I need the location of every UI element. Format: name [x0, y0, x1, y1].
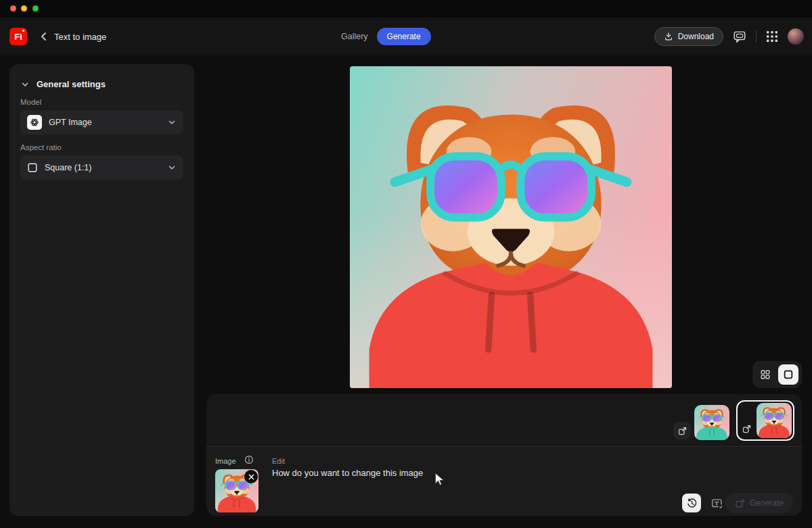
- model-value: GPT Image: [49, 118, 92, 127]
- minimize-window-button[interactable]: [21, 5, 27, 11]
- mode-switcher: Gallery Generate: [341, 18, 431, 55]
- prompt-input[interactable]: How do you want to change this image: [272, 466, 653, 507]
- single-view-button[interactable]: [778, 364, 798, 385]
- image-label: Image: [215, 457, 236, 465]
- download-button[interactable]: Download: [654, 27, 723, 46]
- settings-sidebar: General settings Model GPT Image: [9, 64, 194, 516]
- window-titlebar: [0, 0, 812, 18]
- openai-logo-icon: [27, 115, 42, 130]
- chat-bubble-icon: [732, 29, 747, 44]
- edit-label: Edit: [272, 457, 285, 465]
- apps-grid-button[interactable]: [765, 30, 779, 43]
- tab-gallery[interactable]: Gallery: [341, 32, 368, 41]
- header-actions: Download: [654, 18, 804, 55]
- chevron-down-icon: [20, 80, 30, 89]
- view-toggle-group: [752, 361, 802, 388]
- remove-image-button[interactable]: [244, 470, 258, 483]
- generate-button-disabled[interactable]: Generate: [725, 493, 793, 513]
- generation-panel: Image Edit How do you want to change: [206, 394, 802, 516]
- prompt-placeholder-text: How do you want to change this image: [272, 468, 423, 478]
- info-icon[interactable]: [244, 455, 254, 464]
- download-icon: [664, 32, 673, 41]
- export-icon: [742, 424, 752, 434]
- firefly-logo-spark: [22, 30, 24, 32]
- model-dropdown[interactable]: GPT Image: [20, 110, 183, 135]
- feedback-button[interactable]: [732, 29, 747, 44]
- header-divider: [756, 30, 757, 43]
- prompt-composer: Image Edit How do you want to change: [206, 446, 802, 516]
- square-ratio-icon: [27, 162, 38, 173]
- aspect-ratio-dropdown[interactable]: Square (1:1): [20, 155, 183, 180]
- prompt-check-button[interactable]: [709, 496, 725, 512]
- result-thumbnail-teal[interactable]: [694, 405, 729, 440]
- generated-image: [350, 66, 672, 388]
- close-window-button[interactable]: [10, 5, 16, 11]
- back-button[interactable]: [38, 18, 50, 55]
- result-item-1: [673, 405, 729, 440]
- open-result-button[interactable]: [739, 420, 754, 437]
- grid-view-button[interactable]: [756, 365, 775, 384]
- close-icon: [248, 474, 254, 480]
- single-view-icon: [783, 369, 794, 380]
- model-label: Model: [20, 98, 183, 106]
- tab-generate[interactable]: Generate: [377, 28, 431, 45]
- chevron-down-icon: [167, 163, 177, 172]
- aspect-ratio-value: Square (1:1): [45, 163, 91, 172]
- open-result-button[interactable]: [673, 422, 691, 439]
- user-avatar[interactable]: [788, 28, 804, 45]
- result-thumbnail-red[interactable]: [757, 403, 792, 438]
- reference-image[interactable]: [215, 469, 258, 512]
- general-settings-toggle[interactable]: General settings: [20, 79, 183, 89]
- apps-grid-icon: [765, 30, 779, 43]
- general-settings-title: General settings: [37, 79, 106, 89]
- text-check-icon: [710, 497, 724, 510]
- firefly-app-window: Fi Text to image Gallery Generate Downlo…: [0, 0, 812, 528]
- history-clock-icon: [686, 498, 698, 509]
- chevron-left-icon: [38, 30, 50, 43]
- history-button[interactable]: [682, 494, 701, 512]
- export-icon: [677, 426, 687, 436]
- page-title: Text to image: [54, 18, 106, 55]
- generate-sparkle-icon: [735, 498, 745, 508]
- download-button-label: Download: [678, 32, 714, 41]
- firefly-logo: Fi: [9, 28, 27, 45]
- generate-button-label: Generate: [750, 498, 784, 508]
- app-header: Fi Text to image Gallery Generate Downlo…: [0, 18, 812, 55]
- chevron-down-icon: [167, 118, 177, 127]
- firefly-logo-text: Fi: [14, 32, 22, 42]
- zoom-window-button[interactable]: [32, 5, 39, 11]
- grid-view-icon: [760, 369, 771, 380]
- results-filmstrip: [206, 394, 802, 447]
- aspect-ratio-label: Aspect ratio: [20, 143, 183, 151]
- result-item-2-selected[interactable]: [736, 400, 794, 441]
